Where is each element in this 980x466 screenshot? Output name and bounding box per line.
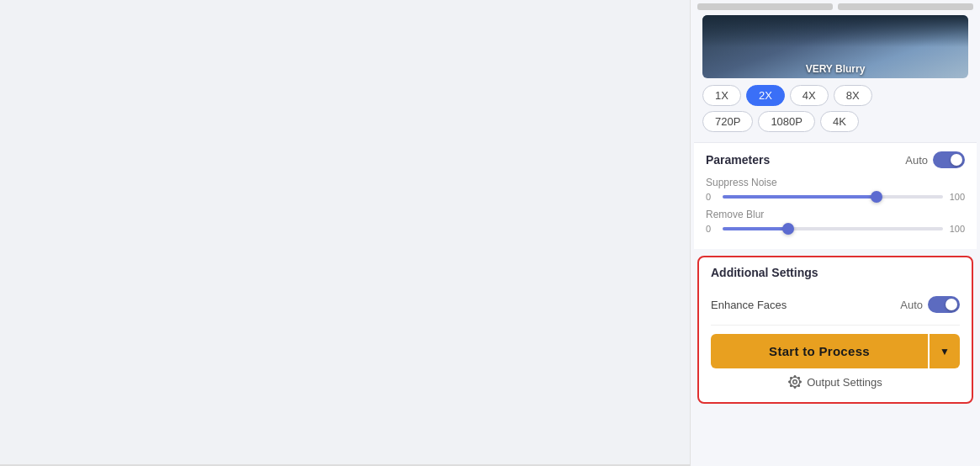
suppress-noise-fill bbox=[723, 195, 877, 199]
enhance-faces-toggle-thumb bbox=[946, 299, 957, 310]
scale-resolution-row: 720P 1080P 4K bbox=[702, 111, 968, 132]
remove-blur-min: 0 bbox=[706, 224, 716, 234]
enhance-faces-auto: Auto bbox=[900, 296, 960, 313]
remove-blur-slider[interactable] bbox=[723, 227, 943, 230]
remove-blur-fill bbox=[723, 227, 788, 230]
divider bbox=[0, 464, 690, 465]
enhance-faces-label: Enhance Faces bbox=[711, 299, 787, 311]
right-panel: VERY Blurry 1X 2X 4X 8X 720P 1080P 4K Pa… bbox=[690, 0, 980, 466]
scale-section: 1X 2X 4X 8X 720P 1080P 4K bbox=[694, 85, 977, 142]
process-dropdown-button[interactable]: ▼ bbox=[930, 334, 960, 368]
parameters-toggle-track bbox=[933, 151, 965, 168]
output-settings-row[interactable]: Output Settings bbox=[711, 368, 960, 392]
scale-8x-btn[interactable]: 8X bbox=[834, 85, 872, 106]
scale-1x-btn[interactable]: 1X bbox=[702, 85, 741, 106]
process-btn-row: Start to Process ▼ bbox=[711, 334, 960, 368]
enhance-faces-row: Enhance Faces Auto bbox=[711, 296, 960, 313]
enhance-faces-toggle-track bbox=[928, 296, 960, 313]
parameters-toggle-thumb bbox=[951, 154, 962, 166]
res-4k-btn[interactable]: 4K bbox=[820, 111, 859, 132]
enhance-faces-toggle[interactable] bbox=[928, 296, 960, 313]
settings-divider bbox=[711, 325, 960, 326]
remove-blur-label: Remove Blur bbox=[706, 209, 965, 220]
suppress-noise-row: 0 100 bbox=[706, 192, 965, 202]
suppress-noise-label: Suppress Noise bbox=[706, 177, 965, 188]
gear-icon bbox=[788, 375, 802, 389]
thumb-placeholder-1 bbox=[697, 3, 833, 10]
suppress-noise-slider[interactable] bbox=[723, 195, 943, 199]
suppress-noise-thumb[interactable] bbox=[871, 191, 882, 203]
right-panel-inner: VERY Blurry 1X 2X 4X 8X 720P 1080P 4K Pa… bbox=[691, 0, 980, 414]
res-1080p-btn[interactable]: 1080P bbox=[758, 111, 815, 132]
suppress-noise-min: 0 bbox=[706, 192, 716, 202]
additional-settings-title: Additional Settings bbox=[711, 266, 818, 279]
output-settings-label: Output Settings bbox=[807, 376, 882, 389]
top-thumbnails bbox=[694, 3, 977, 10]
scale-2x-btn[interactable]: 2X bbox=[746, 85, 785, 106]
parameters-section: Parameters Auto Suppress Noise 0 bbox=[694, 142, 977, 249]
scale-multiplier-row: 1X 2X 4X 8X bbox=[702, 85, 968, 106]
parameters-auto-label: Auto bbox=[905, 154, 928, 167]
thumbnail-image: VERY Blurry bbox=[702, 15, 968, 78]
parameters-header: Parameters Auto bbox=[706, 151, 965, 168]
parameters-auto-toggle: Auto bbox=[905, 151, 965, 168]
remove-blur-thumb[interactable] bbox=[782, 223, 794, 235]
parameters-toggle[interactable] bbox=[933, 151, 965, 168]
parameters-title: Parameters bbox=[706, 153, 770, 167]
suppress-noise-max: 100 bbox=[950, 192, 965, 202]
thumbnail-area: VERY Blurry bbox=[694, 15, 977, 85]
thumbnail-label: VERY Blurry bbox=[799, 60, 872, 78]
enhance-faces-auto-label: Auto bbox=[900, 299, 923, 311]
scale-4x-btn[interactable]: 4X bbox=[790, 85, 829, 106]
chevron-down-icon: ▼ bbox=[940, 346, 950, 357]
thumb-placeholder-2 bbox=[838, 3, 973, 10]
additional-settings-section: Additional Settings Enhance Faces Auto S… bbox=[697, 256, 973, 404]
additional-settings-header: Additional Settings bbox=[711, 266, 960, 288]
remove-blur-row: 0 100 bbox=[706, 224, 965, 234]
start-to-process-button[interactable]: Start to Process bbox=[711, 334, 928, 368]
res-720p-btn[interactable]: 720P bbox=[702, 111, 753, 132]
remove-blur-max: 100 bbox=[950, 224, 965, 234]
left-panel bbox=[0, 0, 690, 466]
